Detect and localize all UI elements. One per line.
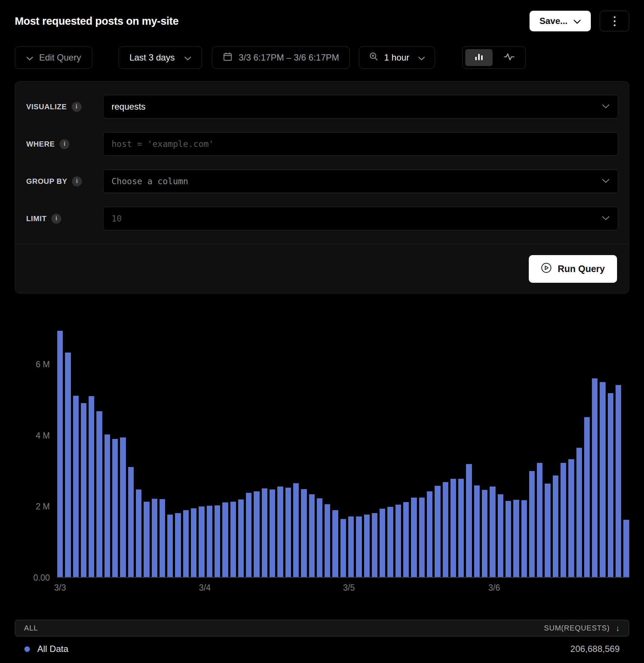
info-icon[interactable]	[59, 139, 69, 149]
bar[interactable]	[112, 439, 118, 577]
bar[interactable]	[144, 502, 149, 577]
bar[interactable]	[246, 493, 251, 577]
bar[interactable]	[616, 385, 621, 577]
bar[interactable]	[160, 499, 165, 577]
bar[interactable]	[482, 490, 487, 577]
bar[interactable]	[301, 489, 306, 577]
run-query-button[interactable]: Run Query	[529, 255, 617, 283]
bar[interactable]	[89, 396, 94, 577]
bar[interactable]	[529, 471, 535, 577]
more-options-button[interactable]	[600, 11, 629, 31]
summary-table-header[interactable]: ALL SUM(REQUESTS) ↓	[15, 620, 629, 636]
bar[interactable]	[325, 504, 330, 577]
series-name: All Data	[37, 644, 68, 654]
bar[interactable]	[623, 520, 629, 577]
bar[interactable]	[600, 382, 605, 577]
bar[interactable]	[568, 459, 574, 577]
bar[interactable]	[222, 502, 228, 577]
bar[interactable]	[474, 485, 480, 577]
bar[interactable]	[403, 502, 409, 577]
bar[interactable]	[451, 479, 456, 577]
bar[interactable]	[238, 499, 244, 577]
bar[interactable]	[96, 411, 102, 577]
bar[interactable]	[215, 505, 220, 577]
bar[interactable]	[207, 506, 212, 577]
x-axis-tick: 3/3	[54, 583, 66, 593]
bar[interactable]	[608, 393, 613, 577]
bar[interactable]	[498, 494, 503, 577]
bar[interactable]	[317, 498, 322, 577]
bar[interactable]	[230, 502, 236, 577]
bar[interactable]	[254, 491, 259, 577]
bar[interactable]	[199, 506, 204, 577]
bar[interactable]	[309, 494, 315, 577]
bar[interactable]	[152, 499, 157, 577]
where-input[interactable]	[103, 132, 618, 156]
group-by-label-group: GROUP BY	[26, 176, 103, 186]
bar[interactable]	[356, 516, 362, 577]
bar[interactable]	[545, 484, 550, 577]
bar[interactable]	[270, 489, 275, 577]
bar[interactable]	[458, 479, 464, 577]
bar[interactable]	[506, 501, 511, 577]
visualize-select[interactable]: requests	[103, 95, 618, 118]
bar[interactable]	[277, 487, 283, 577]
line-chart-toggle[interactable]	[496, 49, 523, 66]
bar[interactable]	[490, 487, 495, 577]
bar[interactable]	[340, 519, 346, 577]
bar[interactable]	[175, 513, 181, 577]
bar[interactable]	[537, 463, 542, 577]
bar[interactable]	[364, 515, 370, 577]
bar[interactable]	[65, 353, 71, 577]
bar[interactable]	[584, 417, 590, 577]
visualize-row: VISUALIZE requests	[26, 95, 618, 118]
x-axis-tick: 3/6	[488, 583, 500, 593]
bar[interactable]	[387, 507, 393, 577]
bar[interactable]	[411, 498, 417, 577]
save-button[interactable]: Save...	[530, 11, 591, 31]
bar[interactable]	[183, 510, 189, 577]
bar[interactable]	[262, 488, 267, 577]
info-icon[interactable]	[51, 214, 61, 224]
bar[interactable]	[561, 463, 566, 577]
bar[interactable]	[513, 500, 519, 577]
bar[interactable]	[553, 475, 558, 577]
bar[interactable]	[348, 516, 354, 577]
bar[interactable]	[332, 510, 338, 577]
limit-select[interactable]: 10	[103, 207, 618, 230]
group-by-row: GROUP BY Choose a column	[26, 169, 618, 193]
bar[interactable]	[285, 488, 291, 577]
bar[interactable]	[167, 515, 173, 577]
chevron-down-icon	[26, 52, 33, 63]
bar[interactable]	[592, 378, 597, 577]
bar[interactable]	[521, 500, 527, 577]
date-range-button[interactable]: 3/3 6:17PM – 3/6 6:17PM	[212, 47, 350, 69]
time-range-dropdown[interactable]: Last 3 days	[119, 47, 202, 69]
bar[interactable]	[81, 403, 86, 577]
bar[interactable]	[380, 509, 385, 577]
bar[interactable]	[105, 434, 110, 577]
group-by-select[interactable]: Choose a column	[103, 169, 618, 193]
info-icon[interactable]	[72, 102, 82, 112]
bar[interactable]	[419, 498, 425, 577]
bar[interactable]	[293, 483, 299, 577]
bar[interactable]	[57, 331, 63, 577]
bar[interactable]	[136, 489, 141, 577]
interval-dropdown[interactable]: 1 hour	[359, 47, 435, 69]
edit-query-button[interactable]: Edit Query	[15, 47, 92, 69]
bar[interactable]	[120, 437, 126, 577]
bar[interactable]	[372, 513, 377, 577]
bar-chart-toggle[interactable]	[465, 49, 493, 66]
bar[interactable]	[73, 396, 79, 577]
value-column-header[interactable]: SUM(REQUESTS) ↓	[544, 624, 620, 633]
bar[interactable]	[395, 505, 401, 577]
bar[interactable]	[576, 448, 582, 577]
bar[interactable]	[427, 491, 432, 577]
table-row[interactable]: All Data 206,688,569	[15, 636, 629, 654]
bar[interactable]	[128, 467, 134, 577]
bar[interactable]	[466, 464, 472, 577]
info-icon[interactable]	[72, 176, 82, 186]
bar[interactable]	[443, 482, 448, 577]
bar[interactable]	[191, 508, 196, 577]
bar[interactable]	[435, 486, 440, 577]
